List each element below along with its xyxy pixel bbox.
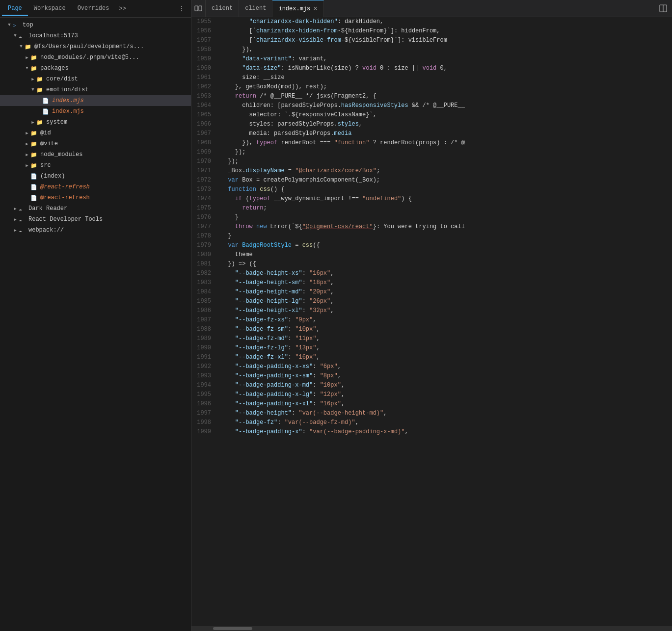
tree-arrow-id: ▶ xyxy=(24,131,30,136)
table-row: 1990 "--badge-fz-lg": "13px", xyxy=(191,343,672,353)
tree-label-index-mjs-active: index.mjs xyxy=(52,97,84,104)
tree-item-system[interactable]: ▶ 📁 system xyxy=(0,117,191,128)
table-row: 1999 "--badge-padding-x": "var(--badge-p… xyxy=(191,427,672,437)
tree-item-react-refresh[interactable]: 📄 @react-refresh xyxy=(0,192,191,203)
code-token: }); xyxy=(221,149,245,156)
tabs-more-button[interactable]: >> xyxy=(115,2,130,15)
tree-item-top[interactable]: ▼ ▷ top xyxy=(0,20,191,30)
code-token: } xyxy=(221,233,232,239)
tree-item-packages[interactable]: ▼ 📁 packages xyxy=(0,63,191,74)
code-editor[interactable]: 1955 "charizardxx-dark-hidden": darkHidd… xyxy=(191,17,672,626)
line-number: 1970 xyxy=(191,157,215,166)
code-token: Box = createPolymorphicComponent(_Box); xyxy=(239,177,380,184)
code-token: }), xyxy=(221,139,256,146)
table-row: 1996 "--badge-padding-x-xl": "16px", xyxy=(191,399,672,409)
code-token: "--badge-height" xyxy=(235,410,292,417)
code-token: }), xyxy=(221,46,253,53)
code-token: media: parsedStyleProps. xyxy=(221,130,334,137)
tree-item-vite[interactable]: ▶ 📁 @vite xyxy=(0,138,191,149)
line-number: 1961 xyxy=(191,73,215,82)
line-content: "--badge-height": "var(--badge-height-md… xyxy=(221,409,672,418)
tree-item-index-html[interactable]: 📄 (index) xyxy=(0,171,191,182)
table-row: 1995 "--badge-padding-x-lg": "12px", xyxy=(191,390,672,399)
code-token: }, getBoxMod(mod)), rest); xyxy=(221,83,327,90)
editor-icon-button[interactable] xyxy=(191,0,206,17)
tab-index-mjs[interactable]: index.mjs × xyxy=(272,0,323,17)
code-token: "12px" xyxy=(320,391,341,398)
tree-item-dark-reader[interactable]: ▶ ☁ Dark Reader xyxy=(0,203,191,214)
tab-page[interactable]: Page xyxy=(2,2,28,16)
tab-close-button[interactable]: × xyxy=(313,5,317,12)
line-gutter xyxy=(215,157,221,166)
table-row: 1961 size: __size xyxy=(191,73,672,82)
code-token: "13px" xyxy=(295,344,316,351)
table-row: 1987 "--badge-fz-xs": "9px", xyxy=(191,316,672,325)
line-gutter xyxy=(215,194,221,204)
line-gutter xyxy=(215,409,221,418)
line-content: var BadgeRootStyle = css({ xyxy=(221,241,672,250)
tree-label-core-dist: core/dist xyxy=(46,76,78,82)
scrollbar-thumb[interactable] xyxy=(213,627,252,630)
tree-item-index-mjs-active[interactable]: 📄 index.mjs xyxy=(0,95,191,106)
line-number: 1957 xyxy=(191,36,215,45)
line-gutter xyxy=(215,390,221,399)
tree-arrow-system: ▶ xyxy=(29,120,36,125)
line-number: 1966 xyxy=(191,120,215,129)
line-content: return /* @__PURE__ */ jsxs(Fragment2, { xyxy=(221,92,672,101)
code-token: : xyxy=(302,289,309,295)
line-number: 1971 xyxy=(191,166,215,176)
tree-item-src[interactable]: ▶ 📁 src xyxy=(0,160,191,171)
tab-client-2[interactable]: client xyxy=(239,0,272,17)
code-token xyxy=(221,428,235,435)
code-token xyxy=(221,223,235,230)
line-number: 1986 xyxy=(191,306,215,316)
tree-item-node-modules[interactable]: ▶ 📁 node_modules xyxy=(0,149,191,160)
code-token: css xyxy=(260,186,270,193)
code-token: "data-size" xyxy=(242,65,281,72)
line-number: 1963 xyxy=(191,92,215,101)
tree-item-react-refresh-italic[interactable]: 📄 @react-refresh xyxy=(0,182,191,192)
right-panel: client client index.mjs × 1955 "charizar… xyxy=(191,0,672,631)
line-content: "--badge-padding-x-xs": "6px", xyxy=(221,362,672,371)
line-gutter xyxy=(215,269,221,278)
tree-label-system: system xyxy=(46,119,67,126)
tree-item-id[interactable]: ▶ 📁 @id xyxy=(0,128,191,138)
tree-item-webpack[interactable]: ▶ ☁ webpack:// xyxy=(0,225,191,236)
tab-overrides[interactable]: Overrides xyxy=(72,2,115,16)
tab-workspace[interactable]: Workspace xyxy=(28,2,72,16)
code-token: "10px" xyxy=(295,326,316,333)
tabs-menu-button[interactable]: ⋮ xyxy=(174,1,189,16)
code-token: styles: parsedStyleProps. xyxy=(221,121,338,128)
tree-item-pnpm[interactable]: ▶ 📁 node_modules/.pnpm/vite@5... xyxy=(0,52,191,63)
line-content: "--badge-padding-x-xl": "16px", xyxy=(221,399,672,409)
code-token: } xyxy=(221,214,239,221)
horizontal-scrollbar[interactable] xyxy=(191,626,672,631)
table-row: 1965 selector: `.${responsiveClassName}`… xyxy=(191,110,672,120)
folder-icon-id: 📁 xyxy=(30,130,38,136)
tree-label-webpack: webpack:// xyxy=(28,227,64,234)
code-token: "--badge-padding-x-xl" xyxy=(235,400,313,407)
line-gutter xyxy=(215,427,221,437)
table-row: 1968 }), typeof renderRoot === "function… xyxy=(191,138,672,148)
code-token: -${hiddenFrom}`]: hiddenFrom, xyxy=(338,27,440,34)
code-token: "11px" xyxy=(295,335,316,342)
tree-arrow-fs: ▼ xyxy=(18,44,25,49)
code-token: styles xyxy=(338,121,359,128)
line-number: 1985 xyxy=(191,297,215,306)
tree-item-emotion-dist[interactable]: ▼ 📁 emotion/dist xyxy=(0,84,191,95)
tree-label-dark-reader: Dark Reader xyxy=(28,205,67,212)
code-token: "var(--badge-fz-md)" xyxy=(285,419,355,426)
tree-item-react-dev-tools[interactable]: ▶ ☁ React Developer Tools xyxy=(0,214,191,225)
tree-item-index-mjs[interactable]: 📄 index.mjs xyxy=(0,106,191,117)
tree-item-fs[interactable]: ▼ 📁 @fs/Users/paul/development/s... xyxy=(0,41,191,52)
code-token xyxy=(253,223,256,230)
code-token: , xyxy=(316,335,320,342)
tree-item-core-dist[interactable]: ▶ 📁 core/dist xyxy=(0,74,191,84)
code-token: "function" xyxy=(334,139,369,146)
tab-client-1[interactable]: client xyxy=(206,0,239,17)
tree-item-localhost[interactable]: ▼ ☁ localhost:5173 xyxy=(0,30,191,41)
code-token: , xyxy=(404,428,408,435)
table-row: 1985 "--badge-height-lg": "26px", xyxy=(191,297,672,306)
layout-toggle-button[interactable] xyxy=(654,0,672,17)
line-number: 1981 xyxy=(191,260,215,269)
